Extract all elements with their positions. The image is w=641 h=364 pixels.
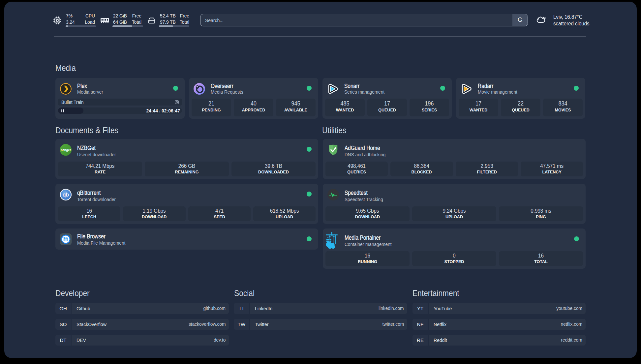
svg-text:nzbget: nzbget: [61, 148, 71, 152]
svg-text:qb: qb: [63, 192, 69, 198]
